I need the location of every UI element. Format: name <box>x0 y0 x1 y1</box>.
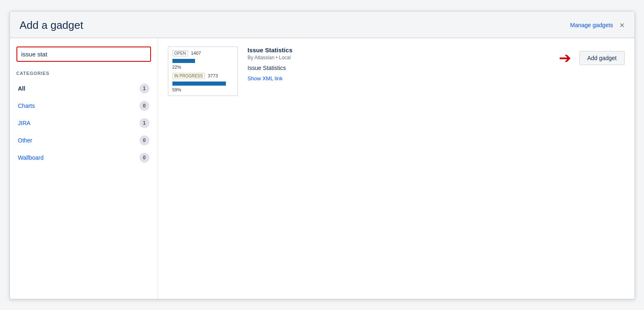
category-label-other: Other <box>18 137 33 144</box>
manage-gadgets-link[interactable]: Manage gadgets <box>570 22 613 28</box>
sidebar-item-wallboard[interactable]: Wallboard 0 <box>16 149 151 166</box>
categories-label: CATEGORIES <box>16 71 151 76</box>
category-label-jira: JIRA <box>18 120 30 126</box>
open-bar <box>172 59 195 63</box>
show-xml-link[interactable]: Show XML link <box>248 75 283 82</box>
preview-open-row: OPEN 1407 <box>172 50 233 56</box>
dialog-body: CATEGORIES All 1 Charts 0 JIRA 1 Other 0… <box>10 38 635 299</box>
sidebar-item-other[interactable]: Other 0 <box>16 132 151 149</box>
sidebar-item-jira[interactable]: JIRA 1 <box>16 114 151 132</box>
open-value: 1407 <box>191 51 201 56</box>
sidebar-item-charts[interactable]: Charts 0 <box>16 97 151 114</box>
sidebar: CATEGORIES All 1 Charts 0 JIRA 1 Other 0… <box>10 38 158 299</box>
open-pct: 22% <box>172 65 233 70</box>
gadget-info: Issue Statistics By Atlassian • Local Is… <box>248 47 549 82</box>
gadget-title: Issue Statistics <box>248 47 549 54</box>
inprogress-bar <box>172 82 226 86</box>
gadget-description: Issue Statistics <box>248 65 549 71</box>
sidebar-item-all[interactable]: All 1 <box>16 80 151 97</box>
inprogress-value: 3773 <box>208 73 218 78</box>
category-count-wallboard: 0 <box>139 153 149 163</box>
main-content: OPEN 1407 22% IN PROGRESS 3773 59% Issue… <box>158 38 635 299</box>
add-gadget-section: ➔ Add gadget <box>559 47 625 65</box>
header-right: Manage gadgets × <box>570 21 625 29</box>
arrow-right-icon: ➔ <box>559 51 571 65</box>
preview-inprogress-row: IN PROGRESS 3773 <box>172 73 233 79</box>
gadget-meta: By Atlassian • Local <box>248 55 549 61</box>
search-input[interactable] <box>16 47 151 62</box>
close-icon[interactable]: × <box>620 21 625 29</box>
inprogress-label: IN PROGRESS <box>172 73 205 79</box>
category-count-charts: 0 <box>139 101 149 111</box>
category-label-wallboard: Wallboard <box>18 154 44 161</box>
gadget-preview: OPEN 1407 22% IN PROGRESS 3773 59% <box>168 47 238 96</box>
gadget-result-row: OPEN 1407 22% IN PROGRESS 3773 59% Issue… <box>168 47 625 96</box>
category-count-other: 0 <box>139 135 149 145</box>
open-label: OPEN <box>172 50 188 56</box>
category-count-all: 1 <box>139 84 149 93</box>
inprogress-pct: 59% <box>172 87 233 92</box>
add-gadget-dialog: Add a gadget Manage gadgets × CATEGORIES… <box>9 11 635 299</box>
add-gadget-button[interactable]: Add gadget <box>579 51 625 65</box>
dialog-header: Add a gadget Manage gadgets × <box>10 12 635 38</box>
category-label-all: All <box>18 85 26 92</box>
dialog-title: Add a gadget <box>20 19 84 32</box>
category-count-jira: 1 <box>139 118 149 128</box>
category-label-charts: Charts <box>18 103 35 109</box>
